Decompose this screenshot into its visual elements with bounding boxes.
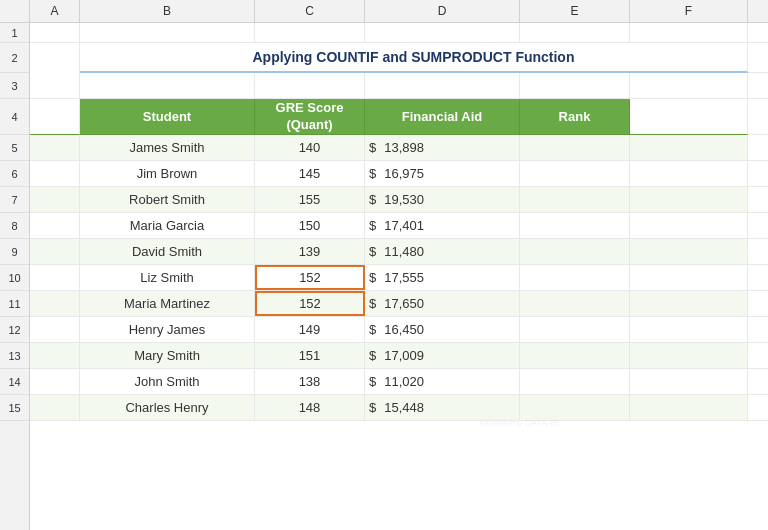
cell-c14[interactable]: 138 [255,369,365,394]
cell-c6[interactable]: 145 [255,161,365,186]
cell-f13[interactable] [630,343,748,368]
cell-a11[interactable] [30,291,80,316]
cell-d14[interactable]: $ 11,020 [365,369,520,394]
cell-a5[interactable] [30,135,80,160]
cell-f4[interactable] [630,99,748,135]
cell-c7[interactable]: 155 [255,187,365,212]
row-num-3: 3 [0,73,29,99]
cell-d13[interactable]: $ 17,009 [365,343,520,368]
cell-f5[interactable] [630,135,748,160]
cell-d1[interactable] [365,23,520,42]
cell-d9[interactable]: $ 11,480 [365,239,520,264]
cell-d8[interactable]: $ 17,401 [365,213,520,238]
cell-f10[interactable] [630,265,748,290]
cell-b11[interactable]: Maria Martinez [80,291,255,316]
cell-f6[interactable] [630,161,748,186]
cell-e11[interactable] [520,291,630,316]
cell-a4[interactable] [30,99,80,135]
cell-e9[interactable] [520,239,630,264]
cell-f11[interactable] [630,291,748,316]
cell-d6[interactable]: $ 16,975 [365,161,520,186]
cell-b1[interactable] [80,23,255,42]
cell-c1[interactable] [255,23,365,42]
cell-e12[interactable] [520,317,630,342]
cell-b4-student: Student [80,99,255,135]
row-6: Jim Brown 145 $ 16,975 [30,161,768,187]
cell-d11[interactable]: $ 17,650 [365,291,520,316]
cell-d3[interactable] [365,73,520,98]
cell-c15[interactable]: 148 [255,395,365,420]
row-14: John Smith 138 $ 11,020 [30,369,768,395]
grid-area: Applying COUNTIF and SUMPRODUCT Function… [30,23,768,530]
cell-c3[interactable] [255,73,365,98]
cell-a12[interactable] [30,317,80,342]
cell-a15[interactable] [30,395,80,420]
cell-c9[interactable]: 139 [255,239,365,264]
cell-a13[interactable] [30,343,80,368]
row-7: Robert Smith 155 $ 19,530 [30,187,768,213]
cell-b7[interactable]: Robert Smith [80,187,255,212]
cell-f12[interactable] [630,317,748,342]
cell-b12[interactable]: Henry James [80,317,255,342]
cell-a8[interactable] [30,213,80,238]
cell-a1[interactable] [30,23,80,42]
cell-e10[interactable] [520,265,630,290]
cell-e7[interactable] [520,187,630,212]
cell-a3[interactable] [30,73,80,98]
cell-a2[interactable] [30,43,80,73]
fin-val-6: 16,975 [384,166,424,181]
row-num-1: 1 [0,23,29,43]
cell-b5[interactable]: James Smith [80,135,255,160]
cell-d10[interactable]: $ 17,555 [365,265,520,290]
spreadsheet: A B C D E F 1 2 3 4 5 6 7 8 9 10 11 12 1… [0,0,768,530]
cell-a10[interactable] [30,265,80,290]
row-num-2: 2 [0,43,29,73]
cell-a14[interactable] [30,369,80,394]
cell-d12[interactable]: $ 16,450 [365,317,520,342]
cell-c5[interactable]: 140 [255,135,365,160]
cell-e1[interactable] [520,23,630,42]
cell-f7[interactable] [630,187,748,212]
row-num-15: 15 [0,395,29,421]
cell-c12[interactable]: 149 [255,317,365,342]
row-num-5: 5 [0,135,29,161]
row-num-14: 14 [0,369,29,395]
cell-f3[interactable] [630,73,748,98]
cell-c13[interactable]: 151 [255,343,365,368]
cell-e15[interactable] [520,395,630,420]
cell-c11[interactable]: 152 [255,291,365,316]
cell-f1[interactable] [630,23,748,42]
cell-b9[interactable]: David Smith [80,239,255,264]
cell-a9[interactable] [30,239,80,264]
cell-b13[interactable]: Mary Smith [80,343,255,368]
cell-e8[interactable] [520,213,630,238]
cell-d7[interactable]: $ 19,530 [365,187,520,212]
row-numbers: 1 2 3 4 5 6 7 8 9 10 11 12 13 14 15 [0,23,30,530]
col-header-c: C [255,0,365,22]
rows-area: 1 2 3 4 5 6 7 8 9 10 11 12 13 14 15 [0,23,768,530]
cell-e5[interactable] [520,135,630,160]
cell-a7[interactable] [30,187,80,212]
cell-e3[interactable] [520,73,630,98]
cell-d5[interactable]: $ 13,898 [365,135,520,160]
cell-d15[interactable]: $ 15,448 exceldemy DATA-BI [365,395,520,420]
cell-c8[interactable]: 150 [255,213,365,238]
cell-b15[interactable]: Charles Henry [80,395,255,420]
cell-b14[interactable]: John Smith [80,369,255,394]
cell-c10[interactable]: 152 [255,265,365,290]
col-header-b: B [80,0,255,22]
cell-b10[interactable]: Liz Smith [80,265,255,290]
cell-f9[interactable] [630,239,748,264]
cell-a6[interactable] [30,161,80,186]
cell-e6[interactable] [520,161,630,186]
column-headers: A B C D E F [0,0,768,23]
cell-f8[interactable] [630,213,748,238]
dollar-sign-12: $ [369,322,376,337]
cell-f15[interactable] [630,395,748,420]
cell-e13[interactable] [520,343,630,368]
cell-b8[interactable]: Maria Garcia [80,213,255,238]
cell-f14[interactable] [630,369,748,394]
cell-b3[interactable] [80,73,255,98]
cell-e14[interactable] [520,369,630,394]
cell-b6[interactable]: Jim Brown [80,161,255,186]
